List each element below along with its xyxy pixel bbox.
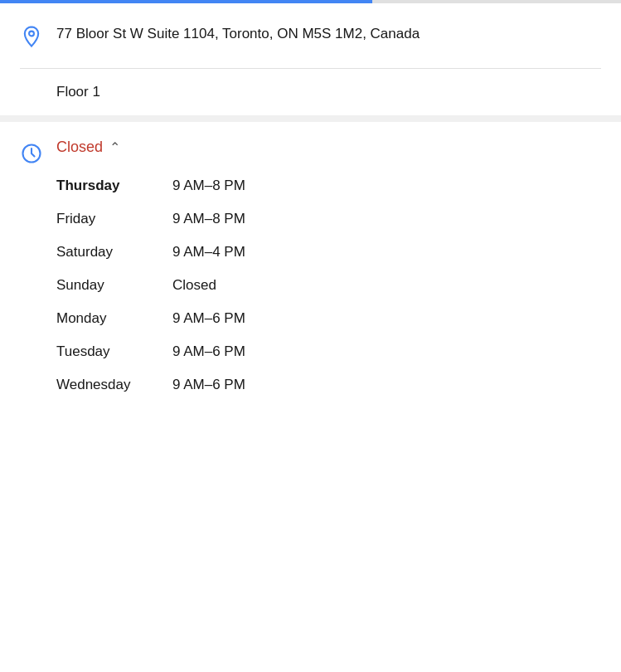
hours-row-tuesday: Tuesday 9 AM–6 PM [56, 335, 601, 368]
hours-table: Thursday 9 AM–8 PM Friday 9 AM–8 PM Satu… [56, 169, 601, 402]
hours-thursday: 9 AM–8 PM [172, 178, 601, 194]
day-thursday: Thursday [56, 178, 172, 194]
hours-tuesday: 9 AM–6 PM [172, 343, 601, 360]
address-section: 77 Bloor St W Suite 1104, Toronto, ON M5… [0, 3, 621, 68]
status-text: Closed [56, 139, 103, 156]
day-sunday: Sunday [56, 277, 172, 294]
hours-monday: 9 AM–6 PM [172, 310, 601, 327]
hours-row-saturday: Saturday 9 AM–4 PM [56, 236, 601, 269]
hours-row-friday: Friday 9 AM–8 PM [56, 202, 601, 236]
hours-sunday: Closed [172, 277, 601, 294]
hours-section: Closed ⌃ Thursday 9 AM–8 PM Friday 9 AM–… [0, 122, 621, 418]
floor-text: Floor 1 [56, 84, 100, 100]
day-friday: Friday [56, 211, 172, 227]
day-wednesday: Wednesday [56, 377, 172, 393]
hours-row-sunday: Sunday Closed [56, 269, 601, 302]
hours-wednesday: 9 AM–6 PM [172, 377, 601, 393]
address-text: 77 Bloor St W Suite 1104, Toronto, ON M5… [56, 23, 420, 45]
chevron-up-icon: ⌃ [109, 139, 120, 155]
hours-content: Closed ⌃ Thursday 9 AM–8 PM Friday 9 AM–… [56, 139, 601, 402]
section-divider [0, 115, 621, 122]
status-row[interactable]: Closed ⌃ [56, 139, 601, 156]
hours-friday: 9 AM–8 PM [172, 211, 601, 227]
hours-saturday: 9 AM–4 PM [172, 244, 601, 261]
clock-icon [20, 140, 43, 168]
svg-point-0 [29, 32, 34, 37]
day-tuesday: Tuesday [56, 343, 172, 360]
floor-section: Floor 1 [0, 69, 621, 115]
hours-row-wednesday: Wednesday 9 AM–6 PM [56, 368, 601, 402]
hours-row-thursday: Thursday 9 AM–8 PM [56, 169, 601, 202]
hours-row-monday: Monday 9 AM–6 PM [56, 302, 601, 335]
day-monday: Monday [56, 310, 172, 327]
location-icon [20, 25, 43, 51]
day-saturday: Saturday [56, 244, 172, 261]
